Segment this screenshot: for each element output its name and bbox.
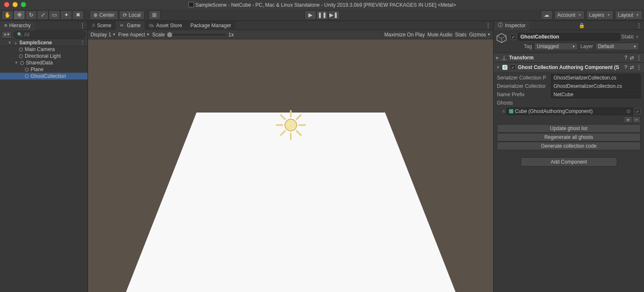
main-toolbar: ✋ ✥ ↻ ⤢ ▭ ✦ ✖ ⊕ Center ⟳ Local ⊞ ▶ ❚❚ ▶❚… [0,9,644,21]
snap-toggle[interactable]: ⊞ [149,10,160,20]
serializer-label: Serializer Collection P [497,75,549,81]
transform-header[interactable]: ▶ Transform ?⇄⋮ [494,53,644,62]
hierarchy-item-main-camera[interactable]: ⬡Main Camera [0,46,88,53]
scene-menu-icon[interactable]: ⋮ [483,23,493,28]
stats-toggle[interactable]: Stats [455,32,466,38]
move-tool[interactable]: ✥ [13,10,25,20]
ghost-item-checkbox[interactable]: ✓ [635,108,641,114]
game-viewport[interactable] [88,39,493,292]
hand-tool[interactable]: ✋ [2,10,13,20]
game-tab[interactable]: ᯅ Game [116,21,145,30]
layers-dropdown[interactable]: Layers▼ [586,10,613,20]
play-button[interactable]: ▶ [305,10,316,20]
hierarchy-tab[interactable]: ≡ Hierarchy [0,21,35,30]
deserializer-field[interactable]: GhostDeserializerCollection.cs [551,82,641,90]
scale-value: 1x [228,32,234,38]
ghosts-label: Ghosts [497,100,549,106]
ghost-collection-header[interactable]: ▼ # ✓ Ghost Collection Authoring Compone… [494,63,644,72]
inspector-menu-icon[interactable]: ⋮ [634,23,644,28]
ghost-item-field[interactable]: Cube (GhostAuthoringComponent) ⊙ [507,108,633,115]
component-menu-icon[interactable]: ⋮ [636,55,641,61]
hierarchy-item-plane[interactable]: ⬡Plane [0,66,88,73]
svg-rect-20 [509,109,513,113]
step-button[interactable]: ▶❚ [328,10,340,20]
gameobject-icon[interactable] [495,32,508,44]
hierarchy-item-directional-light[interactable]: ⬡Directional Light [0,53,88,59]
maximize-on-play[interactable]: Maximize On Play [384,32,425,38]
display-dropdown[interactable]: Display 1▼ [91,32,116,38]
maximize-window-button[interactable] [21,2,26,7]
asset-store-tab[interactable]: 🛍 Asset Store [145,21,186,30]
gizmos-dropdown[interactable]: Gizmos▼ [469,32,491,38]
close-window-button[interactable] [4,2,9,7]
custom-tool[interactable]: ✖ [72,10,84,20]
list-handle-icon[interactable]: ≡ [502,108,505,114]
scale-tool[interactable]: ⤢ [37,10,49,20]
list-remove-button[interactable]: − [632,116,641,123]
prefix-label: Name Prefix [497,92,549,97]
transform-tool[interactable]: ✦ [60,10,72,20]
hierarchy-menu-icon[interactable]: ⋮ [78,23,88,28]
regenerate-ghosts-button[interactable]: Regenerate all ghosts [497,133,641,141]
component-menu-icon[interactable]: ⋮ [636,64,641,70]
prefix-field[interactable]: NetCube [551,91,641,98]
layer-dropdown[interactable]: Default▼ [595,43,639,50]
scale-slider[interactable] [167,34,226,36]
object-picker-icon[interactable]: ⊙ [626,108,631,114]
cloud-button[interactable]: ☁ [541,10,553,20]
inspector-lock-icon[interactable]: 🔒 [576,23,587,28]
account-dropdown[interactable]: Account▼ [554,10,585,20]
prefab-icon [509,109,513,113]
hierarchy-add-button[interactable]: + ▼ [2,31,12,38]
scale-label: Scale [152,32,165,38]
pivot-toggle[interactable]: ⊕ Center [90,10,118,20]
layout-dropdown[interactable]: Layout▼ [615,10,642,20]
list-add-button[interactable]: + [624,116,632,123]
serializer-field[interactable]: GhostSerializerCollection.cs [551,74,641,82]
minimize-window-button[interactable] [13,2,18,7]
svg-line-13 [502,36,506,38]
rotate-tool[interactable]: ↻ [25,10,37,20]
scene-tab[interactable]: # Scene [88,21,116,30]
svg-rect-0 [189,2,194,7]
hierarchy-tree: ▼⬨SampleScene ⋮ ⬡Main Camera ⬡Directiona… [0,39,88,292]
inspector-panel: ⓘ Inspector 🔒 ⋮ ✓ GhostCollection Static… [493,21,644,292]
help-icon[interactable]: ? [624,55,627,61]
transform-icon [501,55,507,61]
gameobject-enabled-checkbox[interactable]: ✓ [510,34,516,40]
local-toggle[interactable]: ⟳ Local [119,10,145,20]
help-icon[interactable]: ? [624,64,627,70]
svg-line-12 [497,36,502,38]
hierarchy-item-ghostcollection[interactable]: ⬡GhostCollection [0,73,88,79]
rect-tool[interactable]: ▭ [49,10,60,20]
add-component-button[interactable]: Add Component [521,157,617,166]
inspector-tab[interactable]: ⓘ Inspector [494,21,530,30]
pause-button[interactable]: ❚❚ [316,10,328,20]
svg-line-8 [281,115,285,119]
ghost-collection-component: ▼ # ✓ Ghost Collection Authoring Compone… [494,62,644,152]
svg-line-7 [297,115,301,119]
svg-line-16 [504,59,507,60]
hierarchy-item-shareddata[interactable]: ▼⬡SharedData [0,59,88,66]
update-ghost-list-button[interactable]: Update ghost list [497,124,641,133]
preset-icon[interactable]: ⇄ [630,55,634,61]
transform-component: ▶ Transform ?⇄⋮ [494,53,644,62]
window-title: SampleScene - NetCube - PC, Mac & Linux … [188,2,456,8]
script-icon: # [502,64,508,70]
hierarchy-panel: ≡ Hierarchy ⋮ + ▼ 🔍All ▼⬨SampleScene ⋮ ⬡… [0,21,88,292]
static-label[interactable]: Static [621,34,634,40]
scene-panel: # Scene ᯅ Game 🛍 Asset Store Package Man… [88,21,493,292]
titlebar: SampleScene - NetCube - PC, Mac & Linux … [0,0,644,9]
mute-audio[interactable]: Mute Audio [427,32,453,38]
package-manager-tab[interactable]: Package Manager [186,21,235,30]
component-enabled-checkbox[interactable]: ✓ [510,64,516,70]
preset-icon[interactable]: ⇄ [630,64,634,70]
hierarchy-search-input[interactable]: 🔍All [13,31,86,38]
svg-text:#: # [504,64,507,70]
scene-row[interactable]: ▼⬨SampleScene ⋮ [0,39,88,46]
generate-collection-code-button[interactable]: Generate collection code [497,142,641,150]
gameobject-name-field[interactable]: GhostCollection [518,33,620,41]
aspect-dropdown[interactable]: Free Aspect▼ [118,32,150,38]
tag-dropdown[interactable]: Untagged▼ [534,43,578,50]
svg-line-9 [297,131,301,135]
